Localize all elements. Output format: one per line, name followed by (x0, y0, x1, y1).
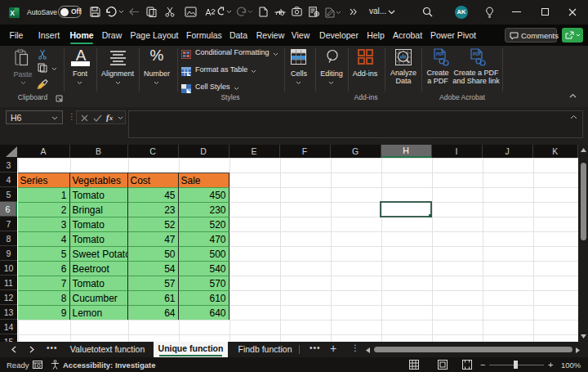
svg-text:PDF: PDF (436, 52, 444, 56)
svg-text:PDF: PDF (473, 52, 481, 56)
svg-text:X: X (10, 9, 15, 17)
